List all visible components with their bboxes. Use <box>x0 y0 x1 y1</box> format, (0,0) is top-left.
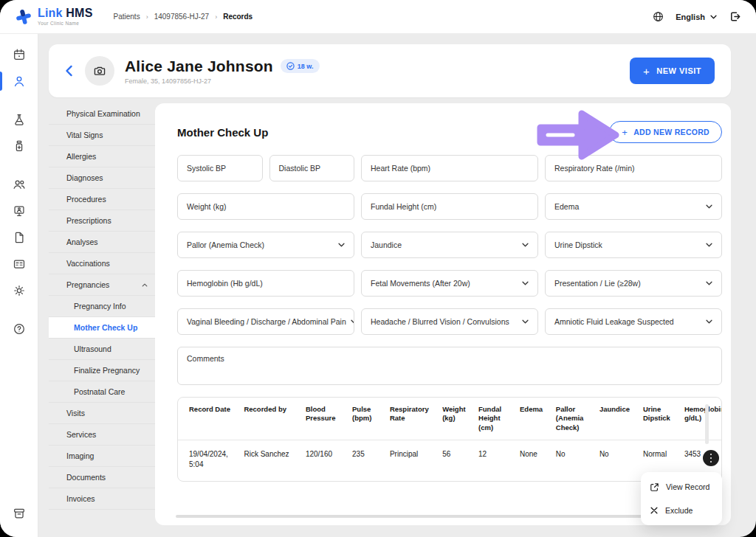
logo-cross-icon <box>15 8 32 26</box>
logout-icon[interactable] <box>729 10 741 23</box>
open-in-new-icon <box>650 482 659 492</box>
plus-icon: + <box>622 127 628 138</box>
record-section-nav: Physical Examination Vital Signs Allergi… <box>49 103 155 525</box>
plus-icon: + <box>643 66 650 77</box>
nav-item-invoices[interactable]: Invoices <box>49 488 155 510</box>
nav-item-procedures[interactable]: Procedures <box>49 189 155 210</box>
check-badge-icon <box>286 62 295 70</box>
comments-textarea[interactable]: Comments <box>177 347 722 385</box>
presentation-lie-select[interactable]: Presentation / Lie (≥28w) <box>545 270 722 297</box>
nav-item-vital-signs[interactable]: Vital Signs <box>49 125 155 146</box>
cell-fundal-height: 12 <box>472 440 514 482</box>
nav-item-prescriptions[interactable]: Prescriptions <box>49 210 155 232</box>
app-window: Link HMS Your Clinic Name Patients › 140… <box>0 0 756 537</box>
content-row: Physical Examination Vital Signs Allergi… <box>49 103 731 525</box>
cell-jaundice: No <box>594 440 637 482</box>
row-actions-menu: View Record Exclude <box>641 472 722 525</box>
column-header: Hemoglobin (Hb g/dL) <box>678 398 722 440</box>
nav-item-physical-examination[interactable]: Physical Examination <box>49 103 155 125</box>
breadcrumb-patient-id[interactable]: 14097856-HJ-27 <box>154 13 210 21</box>
nav-item-imaging[interactable]: Imaging <box>49 446 155 467</box>
rail-archive-icon[interactable] <box>0 500 38 527</box>
rail-help-icon[interactable] <box>0 316 38 342</box>
chevron-down-icon <box>351 319 354 324</box>
systolic-bp-input[interactable]: Systolic BP <box>177 155 263 181</box>
nav-item-visits[interactable]: Visits <box>49 403 155 424</box>
column-header: Fundal Height (cm) <box>472 398 514 440</box>
chevron-down-icon <box>706 243 712 247</box>
brand-tagline: Your Clinic Name <box>38 21 93 26</box>
new-visit-button[interactable]: + NEW VISIT <box>630 58 715 84</box>
add-new-record-button[interactable]: + ADD NEW RECORD <box>609 121 722 143</box>
cell-respiratory-rate: Principal <box>384 440 436 482</box>
cell-record-date: 19/04/2024, 5:04 <box>178 440 238 482</box>
rail-medications-icon[interactable] <box>0 133 38 159</box>
patient-photo-avatar[interactable] <box>85 56 114 86</box>
weight-input[interactable]: Weight (kg) <box>177 193 354 220</box>
chevron-down-icon <box>522 243 529 247</box>
rail-calendar-icon[interactable] <box>0 41 38 68</box>
check-up-form: Systolic BP Diastolic BP Heart Rate (bpm… <box>177 155 722 385</box>
nav-item-finalize-pregnancy[interactable]: Finalize Pregnancy <box>49 360 155 381</box>
pregnancy-weeks-label: 18 w. <box>298 63 314 70</box>
rail-billing-icon[interactable] <box>0 251 38 277</box>
section-title: Mother Check Up <box>177 126 268 139</box>
column-header: Pulse (bpm) <box>346 398 384 440</box>
nav-item-pregnancy-info[interactable]: Pregnancy Info <box>49 296 155 317</box>
nav-item-postnatal-care[interactable]: Postnatal Care <box>49 381 155 403</box>
column-header: Urine Dipstick <box>637 398 678 440</box>
table-horizontal-scrollbar[interactable] <box>176 515 688 518</box>
nav-item-documents[interactable]: Documents <box>49 467 155 488</box>
rail-settings-icon[interactable] <box>0 277 38 304</box>
amniotic-fluid-select[interactable]: Amniotic Fluid Leakage Suspected <box>545 308 722 335</box>
cell-pallor: No <box>550 440 594 482</box>
column-header: Pallor (Anemia Check) <box>550 398 594 440</box>
nav-item-vaccinations[interactable]: Vaccinations <box>49 253 155 274</box>
patient-meta: Female, 35, 14097856-HJ-27 <box>125 77 320 85</box>
table-vertical-scrollbar[interactable] <box>705 404 709 444</box>
chevron-down-icon <box>522 281 529 285</box>
nav-item-mother-check-up[interactable]: Mother Check Up <box>49 317 155 339</box>
hemoglobin-input[interactable]: Hemoglobin (Hb g/dL) <box>177 270 354 297</box>
back-button[interactable] <box>65 65 73 77</box>
nav-item-services[interactable]: Services <box>49 424 155 446</box>
chevron-down-icon <box>706 281 712 285</box>
patient-identity: Alice Jane Johnson 18 w. Female, 35, 140… <box>125 58 320 85</box>
rail-groups-icon[interactable] <box>0 171 38 198</box>
cell-blood-pressure: 120/160 <box>300 440 346 482</box>
jaundice-select[interactable]: Jaundice <box>361 232 538 258</box>
nav-item-pregnancies[interactable]: Pregnancies <box>49 274 155 296</box>
exclude-menu-item[interactable]: Exclude <box>641 499 722 522</box>
heart-rate-input[interactable]: Heart Rate (bpm) <box>361 155 538 181</box>
rail-laboratory-icon[interactable] <box>0 106 38 133</box>
view-record-menu-item[interactable]: View Record <box>641 475 722 499</box>
breadcrumb-records[interactable]: Records <box>223 13 252 21</box>
breadcrumb-patients[interactable]: Patients <box>114 13 140 21</box>
nav-item-ultrasound[interactable]: Ultrasound <box>49 339 155 360</box>
fetal-movements-select[interactable]: Fetal Movements (After 20w) <box>361 270 538 297</box>
breadcrumb-separator: › <box>215 13 217 21</box>
breadcrumb: Patients › 14097856-HJ-27 › Records <box>114 13 253 21</box>
headache-vision-select[interactable]: Headache / Blurred Vision / Convulsions <box>361 308 538 335</box>
column-header: Respiratory Rate <box>384 398 436 440</box>
records-table: Record Date Recorded by Blood Pressure P… <box>177 397 722 482</box>
vaginal-bleeding-select[interactable]: Vaginal Bleeding / Discharge / Abdominal… <box>177 308 354 335</box>
nav-item-diagnoses[interactable]: Diagnoses <box>49 167 155 189</box>
rail-kiosk-icon[interactable] <box>0 198 38 224</box>
app-logo[interactable]: Link HMS Your Clinic Name <box>15 7 93 26</box>
edema-select[interactable]: Edema <box>545 193 722 220</box>
chevron-down-icon <box>338 243 345 247</box>
urine-dipstick-select[interactable]: Urine Dipstick <box>545 232 722 258</box>
cell-recorded-by: Rick Sanchez <box>238 440 299 482</box>
rail-patients-icon[interactable] <box>0 68 38 94</box>
respiratory-rate-input[interactable]: Respiratory Rate (/min) <box>545 155 722 181</box>
rail-documents-icon[interactable] <box>0 224 38 251</box>
nav-item-analyses[interactable]: Analyses <box>49 232 155 253</box>
fundal-height-input[interactable]: Fundal Height (cm) <box>361 193 538 220</box>
row-actions-kebab-button[interactable] <box>703 450 719 466</box>
globe-icon <box>653 11 664 22</box>
diastolic-bp-input[interactable]: Diastolic BP <box>269 155 355 181</box>
nav-item-allergies[interactable]: Allergies <box>49 146 155 167</box>
language-selector[interactable]: English <box>676 13 717 21</box>
pallor-select[interactable]: Pallor (Anemia Check) <box>177 232 354 258</box>
